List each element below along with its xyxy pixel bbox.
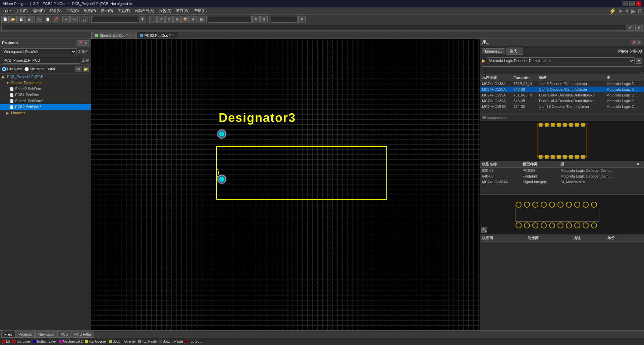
workspace-selector[interactable]: Workspace1.DsnWrk xyxy=(2,48,76,55)
search-btn[interactable]: 查找... xyxy=(506,48,523,55)
layer-bottom[interactable]: Bottom Layer xyxy=(33,340,57,343)
tree-project-root[interactable]: ▶ PCB_Project2.PrjPCB * xyxy=(0,74,91,80)
model-col-type: 模型种类 xyxy=(521,161,558,168)
right-panel-close[interactable]: ✕ xyxy=(637,40,642,45)
tree-sheet2[interactable]: 📄 Sheet2.SchDoc xyxy=(0,86,91,92)
pcb-canvas[interactable]: Designator3 xyxy=(91,39,480,330)
model-row[interactable]: 648-08 Footprint Motorola Logic Decoder … xyxy=(480,174,644,179)
tree-libraries[interactable]: ▶ Libraries xyxy=(0,110,91,116)
pcb-btn5[interactable]: 📦 xyxy=(181,16,189,23)
comp-description: 1-of-8 Decoder/Demultiplexer xyxy=(537,81,604,87)
tab-pcb2[interactable]: PCB2.PcbDoc * ✕ xyxy=(136,32,178,39)
file-view-radio[interactable]: File View xyxy=(2,67,22,71)
layer-top-soldermask[interactable]: Top So... xyxy=(185,340,202,343)
right-panel-pin[interactable]: 📌 xyxy=(631,40,636,45)
address-input[interactable]: PCB2.PcbDoc?ViewName=PCB▼ xyxy=(1,25,625,31)
tab-navigator[interactable]: Navigator xyxy=(35,331,57,338)
menu-view[interactable]: 察看(V) xyxy=(47,8,64,14)
component-row[interactable]: MC74HC138A 648-08 1-of-8 Decoder/Demulti… xyxy=(480,87,644,92)
pcb-area[interactable]: Designator3 xyxy=(91,39,480,330)
all-dropdown[interactable]: ▼ xyxy=(298,16,306,23)
layer-mech1[interactable]: Mechanical 1 xyxy=(59,340,83,343)
menu-file[interactable]: 文件(F) xyxy=(14,8,30,14)
lib-search-input[interactable] xyxy=(482,66,642,73)
libraries-folder-icon: ▶ xyxy=(5,111,10,115)
layer-ls[interactable]: LS xyxy=(2,340,10,343)
comp-description: Dual 1-of-4 Decoder/Demultiplexe xyxy=(537,92,604,98)
view-icon-2[interactable]: 📂 xyxy=(83,66,89,72)
menu-help[interactable]: 帮助(H) xyxy=(192,8,209,14)
all-input[interactable]: (All) xyxy=(271,16,298,23)
component-row[interactable]: MC74HC138A 751B-03_N 1-of-8 Decoder/Demu… xyxy=(480,81,644,87)
component-row[interactable]: MC74HC154B 724-03 1-of-16 Decoder/Demult… xyxy=(480,104,644,110)
addr-settings[interactable]: ⚙ xyxy=(635,25,643,31)
menu-dxp[interactable]: DXP xyxy=(1,8,13,14)
tree-source-docs[interactable]: ▼ Source Documents xyxy=(0,80,91,86)
library-dropdown[interactable]: Motorola Logic Decoder Demux.IntLib xyxy=(487,57,635,64)
view-icon-1[interactable]: ⚙ xyxy=(75,66,82,72)
component-row[interactable]: MC74HC139A 751B-03_N Dual 1-of-4 Decoder… xyxy=(480,92,644,98)
tree-pcb2[interactable]: 📄 PCB2.PcbDoc * xyxy=(0,104,91,110)
layer-top[interactable]: Top Layer xyxy=(12,340,31,343)
tab-pcb-filter[interactable]: PCB Filter xyxy=(71,331,94,338)
menu-autoroute[interactable]: 自动布线(A) xyxy=(132,8,156,14)
undo-btn[interactable]: ↩ xyxy=(62,16,70,23)
no-variations-input[interactable]: [No Variations] xyxy=(208,16,252,23)
menu-report[interactable]: 报告(R) xyxy=(157,8,173,14)
zoom-fit-btn[interactable]: ⛶ xyxy=(81,16,88,23)
tree-sheet1[interactable]: 📄 Sheet1.SchDoc * xyxy=(0,98,91,104)
no-variations-dropdown[interactable]: ▼ xyxy=(252,16,260,23)
fp-preview-tool[interactable]: 🔧 xyxy=(481,227,487,233)
layer-top-paste[interactable]: Top Paste xyxy=(138,340,157,343)
tree-pcb1[interactable]: 📄 PCB1.PcbDoc xyxy=(0,92,91,98)
menu-window[interactable]: 窗口(W) xyxy=(174,8,192,14)
not-saved-dropdown[interactable]: ▼ xyxy=(139,16,146,23)
libraries-btn[interactable]: Libraries... xyxy=(482,48,505,54)
not-saved-input[interactable]: (Not Saved) xyxy=(91,16,138,23)
lib-expand-btn[interactable]: ▼ xyxy=(636,58,642,64)
menu-place[interactable]: 放置(P) xyxy=(82,8,98,14)
new-btn[interactable]: 📄 xyxy=(1,16,9,23)
variations-btn[interactable]: ⊞ xyxy=(260,16,268,23)
menu-design[interactable]: 设计(D) xyxy=(99,8,115,14)
pcb-btn2[interactable]: ↗ xyxy=(157,16,165,23)
panel-close-btn[interactable]: ✕ xyxy=(84,40,89,46)
model-row[interactable]: 620-09 PCB3D Motorola Logic Decoder Demu… xyxy=(480,168,644,174)
model-row[interactable]: MC74HC138AN Signal Integrity SI_Models.s… xyxy=(480,179,644,185)
tab-pcb[interactable]: PCB xyxy=(57,331,71,338)
pcb-btn3[interactable]: ⊙ xyxy=(165,16,173,23)
close-button[interactable]: ✕ xyxy=(636,1,641,6)
maximize-button[interactable]: □ xyxy=(629,1,635,6)
panel-pin-btn[interactable]: 📌 xyxy=(77,40,83,46)
pcb-btn4[interactable]: ⊕ xyxy=(173,16,181,23)
layer-top-overlay[interactable]: Top Overlay xyxy=(85,340,107,343)
layer-bottom-overlay[interactable]: Bottom Overlay xyxy=(109,340,136,343)
menu-tools[interactable]: 工具(T) xyxy=(116,8,132,14)
sheet2-label: Sheet2.SchDoc xyxy=(15,87,41,91)
menu-edit[interactable]: 编辑(E) xyxy=(31,8,47,14)
structure-editor-radio[interactable]: Structure Editor xyxy=(24,67,55,71)
minimize-button[interactable]: − xyxy=(623,1,628,6)
save-btn[interactable]: 💾 xyxy=(17,16,25,23)
menu-project[interactable]: 工程(C) xyxy=(64,8,81,14)
svg-rect-2 xyxy=(545,123,548,127)
pcb-btn6[interactable]: A xyxy=(190,16,197,23)
pcb-btn7[interactable]: ⊞ xyxy=(198,16,205,23)
project-input[interactable] xyxy=(2,57,80,64)
open-btn[interactable]: 📂 xyxy=(9,16,17,23)
copy-btn[interactable]: 📋 xyxy=(44,16,51,23)
redo-btn[interactable]: ↪ xyxy=(70,16,78,23)
tab-projects[interactable]: Projects xyxy=(15,331,35,338)
tab-sheet1-close[interactable]: ✕ xyxy=(129,34,132,37)
addr-refresh[interactable]: ↺ xyxy=(627,25,634,31)
tab-pcb2-close[interactable]: ✕ xyxy=(172,34,174,37)
print-btn[interactable]: 🖨 xyxy=(25,16,33,23)
tab-files[interactable]: Files xyxy=(1,331,15,338)
paste-btn[interactable]: 📌 xyxy=(52,16,59,23)
tab-sheet1[interactable]: Sheet1.SchDoc * ✕ xyxy=(91,32,136,39)
layer-bottom-paste[interactable]: Bottom Paste xyxy=(159,340,183,343)
cut-btn[interactable]: ✂ xyxy=(36,16,43,23)
sep7 xyxy=(269,16,269,23)
pcb-btn1[interactable]: ⬛ xyxy=(149,16,157,23)
component-row[interactable]: MC74HC139A 648-08 Dual 1-of-4 Decoder/De… xyxy=(480,98,644,104)
